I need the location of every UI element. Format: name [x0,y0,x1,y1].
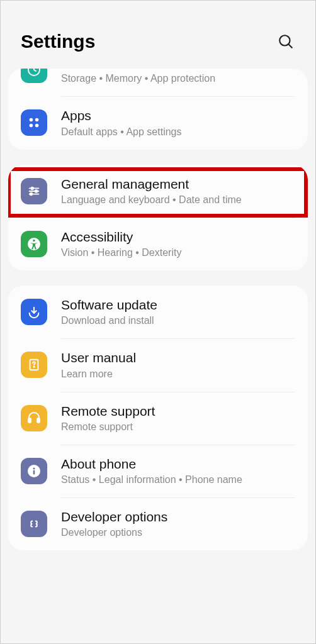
settings-item-title: Software update [61,297,295,313]
search-button[interactable] [276,32,295,51]
settings-item-title: Apps [61,108,295,124]
user-manual-icon [21,352,47,378]
settings-item-general-management[interactable]: General management Language and keyboard… [8,165,308,218]
settings-item-developer-options[interactable]: Developer options Developer options [8,497,308,550]
settings-item-title: Device care [61,69,295,71]
settings-item-about-phone[interactable]: About phone Status • Legal information •… [8,445,308,497]
header: Settings [1,1,315,69]
svg-point-10 [35,190,38,192]
svg-point-6 [35,124,39,128]
svg-rect-21 [33,470,35,474]
settings-item-subtitle: Download and install [61,314,295,327]
settings-group-2: General management Language and keyboard… [8,165,308,271]
settings-item-remote-support[interactable]: Remote support Remote support [8,392,308,445]
settings-item-text: Remote support Remote support [61,403,295,433]
settings-item-subtitle: Language and keyboard • Date and time [61,194,295,206]
developer-icon [21,511,47,537]
settings-item-title: Developer options [61,509,295,525]
settings-group-3: Software update Download and install Use… [8,286,308,550]
settings-group-1: Device care Storage • Memory • App prote… [8,69,308,150]
svg-point-4 [35,118,39,122]
svg-point-5 [30,124,33,128]
settings-item-apps[interactable]: Apps Default apps • App settings [8,96,308,149]
settings-item-text: Developer options Developer options [61,509,295,539]
apps-icon [21,109,47,136]
accessibility-icon [21,231,47,257]
settings-item-title: Remote support [61,403,295,419]
software-update-icon [21,299,47,325]
svg-point-16 [33,367,34,367]
settings-item-subtitle: Developer options [61,526,295,539]
svg-rect-18 [37,418,40,423]
settings-item-subtitle: Status • Legal information • Phone name [61,474,295,486]
settings-item-accessibility[interactable]: Accessibility Vision • Hearing • Dexteri… [8,218,308,270]
settings-item-subtitle: Remote support [61,421,295,433]
info-icon [21,458,47,484]
settings-item-title: About phone [61,456,295,472]
settings-item-text: User manual Learn more [61,350,295,380]
svg-point-20 [33,467,35,469]
page-title: Settings [21,31,95,52]
settings-item-subtitle: Vision • Hearing • Dexterity [61,247,295,259]
settings-item-title: General management [61,176,295,192]
svg-point-14 [33,240,35,242]
svg-point-8 [31,187,33,189]
search-icon [278,33,294,50]
settings-item-subtitle: Learn more [61,368,295,380]
sliders-icon [21,178,47,204]
svg-point-3 [30,118,33,122]
settings-item-user-manual[interactable]: User manual Learn more [8,338,308,391]
settings-item-title: Accessibility [61,229,295,245]
svg-rect-17 [28,418,31,423]
settings-item-software-update[interactable]: Software update Download and install [8,286,308,338]
remote-support-icon [21,405,47,431]
settings-item-subtitle: Default apps • App settings [61,126,295,138]
settings-item-title: User manual [61,350,295,366]
settings-item-text: About phone Status • Legal information •… [61,456,295,486]
settings-item-text: General management Language and keyboard… [61,176,295,206]
svg-point-12 [30,192,33,195]
settings-item-device-care[interactable]: Device care Storage • Memory • App prote… [8,69,308,96]
svg-line-1 [288,44,291,47]
settings-item-subtitle: Storage • Memory • App protection [61,72,295,85]
settings-item-text: Software update Download and install [61,297,295,327]
settings-item-text: Accessibility Vision • Hearing • Dexteri… [61,229,295,259]
settings-item-text: Device care Storage • Memory • App prote… [61,69,295,85]
device-care-icon [21,69,47,83]
settings-item-text: Apps Default apps • App settings [61,108,295,138]
